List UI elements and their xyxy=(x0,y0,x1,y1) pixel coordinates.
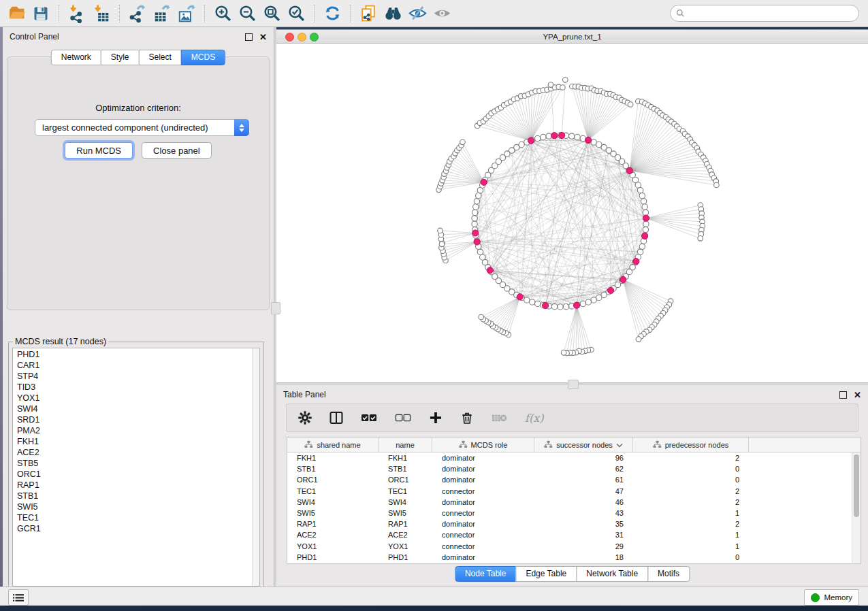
graph-hub-node[interactable] xyxy=(620,276,626,282)
cell-predecessor_nodes[interactable]: 0 xyxy=(633,465,749,473)
cell-predecessor_nodes[interactable]: 2 xyxy=(633,498,749,506)
tab-select[interactable]: Select xyxy=(139,50,182,65)
table-row[interactable]: TEC1TEC1connector472 xyxy=(287,486,861,497)
zoom-out-icon[interactable] xyxy=(237,3,257,24)
graph-edge[interactable] xyxy=(514,99,531,141)
graph-node[interactable] xyxy=(637,188,643,193)
open-file-icon[interactable] xyxy=(6,3,27,24)
network-window-titlebar[interactable]: YPA_prune.txt_1 xyxy=(276,30,868,44)
graph-node[interactable] xyxy=(591,297,596,303)
graph-leaf-node[interactable] xyxy=(548,82,553,88)
export-table-icon[interactable] xyxy=(152,3,172,24)
graph-node[interactable] xyxy=(535,301,541,306)
graph-edge[interactable] xyxy=(623,280,658,318)
graph-edge[interactable] xyxy=(623,280,656,322)
cell-mcds_role[interactable]: connector xyxy=(432,542,534,550)
graph-edge[interactable] xyxy=(630,171,714,178)
zoom-fit-icon[interactable] xyxy=(261,3,282,24)
show-graphics-details-icon[interactable] xyxy=(432,3,452,24)
graph-leaf-node[interactable] xyxy=(636,337,641,342)
graph-hub-node[interactable] xyxy=(543,303,549,309)
tab-motifs[interactable]: Motifs xyxy=(647,566,690,582)
cell-name[interactable]: PHD1 xyxy=(379,553,432,561)
mcds-list-scrollbar[interactable] xyxy=(252,348,259,586)
graph-edge[interactable] xyxy=(630,171,716,182)
cell-shared_name[interactable]: PHD1 xyxy=(287,553,379,561)
graph-edge[interactable] xyxy=(454,156,484,182)
cell-mcds_role[interactable]: connector xyxy=(432,487,534,495)
mcds-result-item[interactable]: SRD1 xyxy=(13,414,253,425)
zoom-selected-icon[interactable] xyxy=(286,3,306,24)
cell-name[interactable]: ACE2 xyxy=(379,531,432,539)
graph-node[interactable] xyxy=(642,204,647,210)
graph-node[interactable] xyxy=(535,135,541,141)
graph-node[interactable] xyxy=(639,193,645,199)
graph-node[interactable] xyxy=(580,301,585,306)
graph-node[interactable] xyxy=(477,188,483,193)
graph-edge[interactable] xyxy=(570,306,577,353)
cell-mcds_role[interactable]: dominator xyxy=(432,520,534,528)
cell-successor_nodes[interactable]: 47 xyxy=(534,487,633,495)
graph-hub-node[interactable] xyxy=(643,215,649,221)
cell-successor_nodes[interactable]: 43 xyxy=(534,509,633,517)
graph-edge[interactable] xyxy=(531,90,543,141)
graph-edge[interactable] xyxy=(498,297,519,329)
graph-leaf-node[interactable] xyxy=(438,228,443,233)
save-session-icon[interactable] xyxy=(31,3,51,24)
graph-edge[interactable] xyxy=(630,129,679,171)
mcds-result-item[interactable]: TEC1 xyxy=(13,512,253,523)
cell-mcds_role[interactable]: dominator xyxy=(432,553,534,561)
select-all-icon[interactable] xyxy=(360,410,378,425)
graph-edge[interactable] xyxy=(646,218,701,235)
cell-predecessor_nodes[interactable]: 0 xyxy=(633,553,749,561)
cell-name[interactable]: SWI5 xyxy=(379,509,432,517)
graph-node[interactable] xyxy=(641,199,646,204)
window-minimize-light[interactable] xyxy=(298,33,306,42)
graph-edge[interactable] xyxy=(531,88,551,140)
graph-edge[interactable] xyxy=(496,297,520,327)
table-row[interactable]: YOX1YOX1connector291 xyxy=(287,541,861,552)
mcds-result-item[interactable]: YOX1 xyxy=(13,393,253,403)
graph-node[interactable] xyxy=(585,299,591,305)
cell-successor_nodes[interactable]: 61 xyxy=(534,476,633,484)
graph-node[interactable] xyxy=(472,216,477,221)
column-header-successor-nodes[interactable]: successor nodes xyxy=(534,437,633,452)
import-table-icon[interactable] xyxy=(91,3,112,24)
cell-mcds_role[interactable]: connector xyxy=(432,531,534,539)
graph-hub-node[interactable] xyxy=(517,294,523,300)
graph-edge[interactable] xyxy=(623,280,665,310)
graph-edge[interactable] xyxy=(459,148,483,182)
table-scrollbar-thumb[interactable] xyxy=(854,455,859,517)
float-panel-icon[interactable] xyxy=(245,33,253,41)
cell-successor_nodes[interactable]: 18 xyxy=(534,553,633,561)
graph-edge[interactable] xyxy=(588,94,610,140)
table-row[interactable]: SWI4SWI4dominator462 xyxy=(287,497,861,508)
cell-mcds_role[interactable]: dominator xyxy=(432,465,534,473)
cell-shared_name[interactable]: SWI4 xyxy=(287,498,379,506)
cell-shared_name[interactable]: STB1 xyxy=(287,465,379,473)
tab-edge-table[interactable]: Edge Table xyxy=(515,566,577,582)
delete-column-icon[interactable] xyxy=(460,410,475,425)
zoom-in-icon[interactable] xyxy=(212,3,233,24)
optimization-criterion-select[interactable]: largest connected component (undirected) xyxy=(35,119,249,136)
mcds-result-item[interactable]: CAR1 xyxy=(13,360,253,371)
graph-hub-node[interactable] xyxy=(487,267,493,274)
graph-leaf-node[interactable] xyxy=(714,182,720,188)
cell-name[interactable]: YOX1 xyxy=(379,542,432,550)
graph-edge[interactable] xyxy=(486,297,520,320)
mcds-result-item[interactable]: RAP1 xyxy=(13,480,253,491)
table-row[interactable]: STB1STB1dominator620 xyxy=(287,463,861,474)
graph-edge[interactable] xyxy=(446,242,477,261)
graph-node[interactable] xyxy=(546,133,551,139)
graph-edge[interactable] xyxy=(646,210,701,218)
cell-name[interactable]: RAP1 xyxy=(379,520,432,528)
graph-node[interactable] xyxy=(476,193,481,199)
graph-node[interactable] xyxy=(530,299,535,305)
mcds-result-item[interactable]: TID3 xyxy=(13,382,253,393)
graph-edge[interactable] xyxy=(577,306,591,350)
table-row[interactable]: FKH1FKH1dominator962 xyxy=(287,452,861,463)
cell-name[interactable]: SWI4 xyxy=(379,498,432,506)
tab-mcds[interactable]: MCDS xyxy=(181,50,225,65)
graph-edge[interactable] xyxy=(443,242,477,251)
column-header-MCDS-role[interactable]: MCDS role xyxy=(432,437,534,452)
